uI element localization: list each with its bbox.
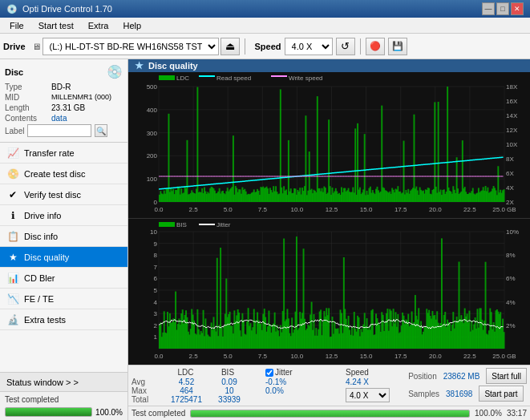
start-part-button[interactable]: Start part (479, 386, 523, 402)
minimize-button[interactable]: — (482, 2, 495, 15)
label-input[interactable] (27, 124, 91, 137)
sidebar-item-transfer-rate[interactable]: 📈 Transfer rate (0, 143, 127, 164)
avg-speed: 4.24 X (346, 378, 390, 386)
main-layout: Disc 💿 Type BD-R MID MILLENMR1 (000) Len… (0, 59, 530, 420)
menu-extra[interactable]: Extra (82, 19, 115, 32)
disc-panel-title: Disc (5, 67, 23, 77)
disc-type-row: Type BD-R (5, 83, 123, 91)
drive-select[interactable]: (L:) HL-DT-ST BD-RE WH16NS58 TST4 (42, 38, 219, 55)
disc-info-icon: 📋 (6, 231, 19, 242)
position-label: Position (408, 372, 437, 381)
right-stats-group: Position 23862 MB Start full Samples 381… (408, 368, 527, 402)
speed-stats-header: Speed (346, 368, 390, 377)
drive-label: Drive (3, 42, 26, 51)
disc-quality-icon: ★ (6, 252, 19, 263)
stats-columns: LDC BIS Avg 4.52 0.09 Max 464 10 (131, 368, 399, 404)
disc-type-value: BD-R (51, 83, 71, 91)
stats-row-avg: Avg 4.52 0.09 (131, 378, 249, 386)
progress-percent: 100.0% (95, 408, 123, 417)
toolbar-separator-2 (360, 38, 361, 55)
sidebar-label-create-test-disc: Create test disc (24, 169, 85, 179)
sidebar-item-disc-info[interactable]: 📋 Disc info (0, 226, 127, 247)
avg-label: Avg (131, 378, 164, 386)
bottom-progress-row: Test completed 100.0% 33:17 (128, 406, 530, 420)
toolbar: Drive 🖥 (L:) HL-DT-ST BD-RE WH16NS58 TST… (0, 34, 530, 59)
disc-panel-icon: 💿 (107, 64, 123, 79)
start-full-button[interactable]: Start full (486, 368, 527, 384)
bottom-progress-fill (191, 410, 469, 417)
bottom-status-text: Test completed (131, 409, 185, 418)
stats-headers: LDC BIS (131, 368, 249, 377)
disc-mid-row: MID MILLENMR1 (000) (5, 93, 123, 102)
sidebar-label-cd-bler: CD Bler (24, 273, 55, 283)
content-area: ★ Disc quality (128, 59, 530, 420)
verify-test-disc-icon: ✔ (6, 189, 19, 200)
bottom-time: 33:17 (507, 409, 527, 418)
status-text: Test completed (5, 395, 59, 404)
save-button[interactable]: 💾 (388, 38, 407, 55)
sidebar: Disc 💿 Type BD-R MID MILLENMR1 (000) Len… (0, 59, 128, 420)
eject-button[interactable]: ⏏ (220, 38, 240, 55)
sidebar-item-extra-tests[interactable]: 🔬 Extra tests (0, 309, 127, 330)
charts-container (128, 72, 530, 365)
bottom-progress-container (190, 410, 470, 418)
jitter-header-cell: Jitter (265, 368, 330, 377)
bis-header: BIS (208, 368, 248, 377)
stats-row-total: Total 1725471 33939 (131, 395, 249, 404)
sidebar-label-disc-quality: Disc quality (24, 252, 69, 262)
sidebar-item-drive-info[interactable]: ℹ Drive info (0, 205, 127, 226)
disc-length-row: Length 23.31 GB (5, 103, 123, 112)
ldc-bis-stats: LDC BIS Avg 4.52 0.09 Max 464 10 (131, 368, 249, 404)
progress-bar-fill (6, 408, 91, 416)
menu-help[interactable]: Help (116, 19, 148, 32)
chart2-canvas (128, 219, 530, 365)
sidebar-item-verify-test-disc[interactable]: ✔ Verify test disc (0, 184, 127, 205)
disc-label-row: Label 🔍 (5, 124, 123, 137)
bottom-section: LDC BIS Avg 4.52 0.09 Max 464 10 (128, 365, 530, 420)
sidebar-item-create-test-disc[interactable]: 📀 Create test disc (0, 164, 127, 184)
sidebar-item-disc-quality[interactable]: ★ Disc quality (0, 247, 127, 268)
samples-row: Samples 381698 Start part (408, 386, 527, 402)
disc-quality-header-icon: ★ (135, 60, 144, 71)
max-ldc: 464 (164, 386, 208, 395)
menubar: File Start test Extra Help (0, 18, 530, 34)
position-value: 23862 MB (443, 372, 480, 381)
disc-contents-label: Contents (5, 114, 51, 123)
refresh-button[interactable]: ↺ (336, 38, 355, 55)
toolbar-separator-1 (245, 38, 245, 55)
menu-file[interactable]: File (3, 19, 30, 32)
disc-contents-row: Contents data (5, 114, 123, 123)
sidebar-item-cd-bler[interactable]: 📊 CD Bler (0, 268, 127, 289)
max-bis: 10 (209, 386, 249, 395)
chart1-wrapper (128, 72, 530, 219)
disc-mid-value: MILLENMR1 (000) (51, 93, 111, 102)
speed-label: Speed (255, 42, 281, 51)
total-bis: 33939 (209, 395, 249, 404)
label-search-button[interactable]: 🔍 (95, 124, 107, 137)
total-ldc: 1725471 (164, 395, 208, 404)
samples-label: Samples (408, 390, 439, 398)
transfer-rate-icon: 📈 (6, 147, 19, 159)
sidebar-progress-area: Test completed (0, 391, 127, 407)
close-button[interactable]: ✕ (511, 2, 524, 15)
jitter-stats: Jitter -0.1% 0.0% (265, 368, 330, 404)
status-window-button[interactable]: Status window > > (0, 372, 127, 391)
record-button[interactable]: 🔴 (366, 38, 385, 55)
sidebar-label-transfer-rate: Transfer rate (24, 148, 75, 158)
bottom-progress-pct: 100.0% (475, 409, 502, 418)
sidebar-label-drive-info: Drive info (24, 211, 61, 220)
menu-start-test[interactable]: Start test (32, 19, 80, 32)
avg-jitter: -0.1% (265, 378, 330, 386)
stats-speed-select[interactable]: 4.0 X (346, 388, 390, 402)
sidebar-item-fe-te[interactable]: 📉 FE / TE (0, 289, 127, 309)
sidebar-label-fe-te: FE / TE (24, 294, 54, 304)
max-label: Max (131, 386, 164, 395)
jitter-checkbox[interactable] (265, 369, 273, 377)
progress-bar-container (5, 407, 92, 417)
titlebar-left: 💿 Opti Drive Control 1.70 (6, 4, 112, 14)
total-label: Total (131, 395, 164, 404)
maximize-button[interactable]: □ (496, 2, 509, 15)
titlebar-controls: — □ ✕ (482, 2, 524, 15)
stats-row-max: Max 464 10 (131, 386, 249, 395)
speed-select[interactable]: 4.0 X 1.0 X 2.0 X 6.0 X 8.0 X (285, 38, 333, 55)
